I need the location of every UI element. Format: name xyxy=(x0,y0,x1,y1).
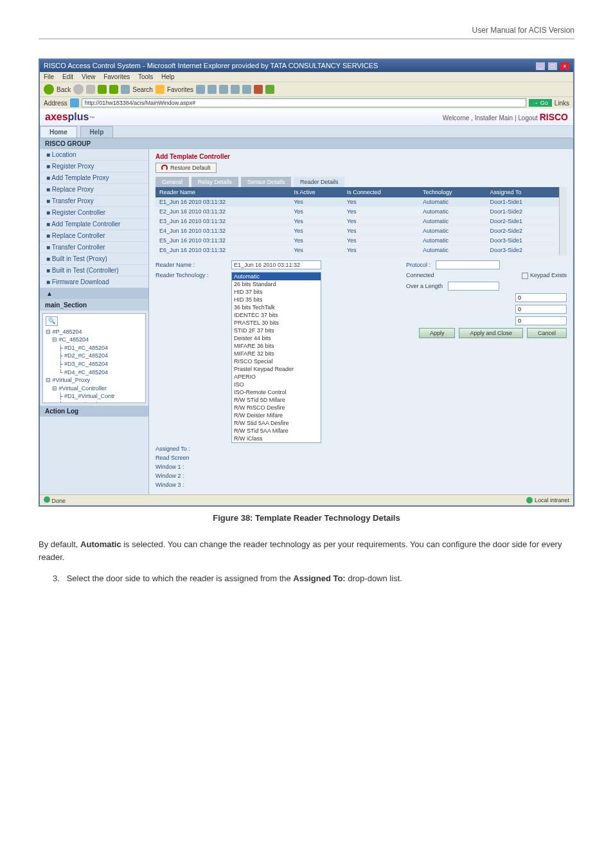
select-option[interactable]: R/W Deister Mifare xyxy=(232,411,321,419)
grid-row[interactable]: E2_Jun 16 2010 03:11:32YesYesAutomaticDo… xyxy=(155,207,559,217)
apply-button[interactable]: Apply xyxy=(419,328,456,338)
reader-tech-select[interactable]: Automatic 26 bits Standard HID 37 bits H… xyxy=(231,272,321,443)
select-option[interactable]: 36 bits TechTalk xyxy=(232,303,321,311)
select-option[interactable]: R/W RISCO Desfire xyxy=(232,404,321,411)
tree-node-d3[interactable]: ├ #D3_#C_485204 xyxy=(46,360,143,368)
stop-icon[interactable] xyxy=(86,85,95,94)
minimize-icon[interactable]: _ xyxy=(536,62,545,70)
select-option[interactable]: Prastel Keypad Reader xyxy=(232,365,321,373)
col-connected[interactable]: Is Connected xyxy=(343,187,419,197)
select-option[interactable]: R/W STid 5AA Mifare xyxy=(232,427,321,435)
search-label[interactable]: Search xyxy=(132,86,153,93)
nav-transfer-proxy[interactable]: ■ Transfer Proxy xyxy=(40,195,148,207)
go-button[interactable]: → Go xyxy=(529,99,552,107)
nav-add-template-proxy[interactable]: ■ Add Template Proxy xyxy=(40,172,148,184)
select-option[interactable]: STID 2F 37 bits xyxy=(232,327,321,334)
menu-help[interactable]: Help xyxy=(161,73,175,80)
subtab-general[interactable]: General xyxy=(155,177,189,187)
window3-field[interactable] xyxy=(515,316,567,325)
nav-add-template-controller[interactable]: ■ Add Template Controller xyxy=(40,219,148,230)
refresh-icon[interactable] xyxy=(98,85,107,94)
select-option[interactable]: RISCO Special xyxy=(232,357,321,365)
search-icon[interactable] xyxy=(121,85,130,94)
select-option[interactable]: ISO xyxy=(232,381,321,388)
menu-view[interactable]: View xyxy=(82,73,96,80)
select-option[interactable]: PRASTEL 30 bits xyxy=(232,319,321,327)
nav-replace-proxy[interactable]: ■ Replace Proxy xyxy=(40,184,148,195)
favorites-icon[interactable] xyxy=(155,85,164,94)
tree-node-c[interactable]: ⊟ #C_485204 xyxy=(46,336,143,344)
tree-node-vc[interactable]: ⊟ #Virtual_Controller xyxy=(46,384,143,393)
reader-name-field[interactable]: E1_Jun 16 2010 03:11:32 xyxy=(231,260,321,269)
nav-register-controller[interactable]: ■ Register Controller xyxy=(40,207,148,219)
select-option[interactable]: R/W iClass xyxy=(232,435,321,442)
tree-node-vp[interactable]: ⊟ #Virtual_Proxy xyxy=(46,376,143,384)
keypad-exists-check[interactable]: Keypad Exists xyxy=(522,272,567,279)
grid-row[interactable]: E1_Jun 16 2010 03:11:32YesYesAutomaticDo… xyxy=(155,197,559,207)
tree-node-p[interactable]: ⊟ #P_485204 xyxy=(46,328,143,336)
nav-selected-arrow[interactable]: ▲ xyxy=(40,288,148,300)
nav-bit-controller[interactable]: ■ Built in Test (Controller) xyxy=(40,265,148,276)
nav-replace-controller[interactable]: ■ Replace Controller xyxy=(40,230,148,242)
select-option[interactable]: MIFARE 32 bits xyxy=(232,350,321,357)
subtab-reader[interactable]: Reader Details xyxy=(294,177,345,187)
toolbar-icon-b[interactable] xyxy=(254,85,263,94)
nav-location[interactable]: ■ Location xyxy=(40,149,148,161)
grid-row[interactable]: E5_Jun 16 2010 03:11:32YesYesAutomaticDo… xyxy=(155,236,559,246)
select-option[interactable]: IDENTEC 37 bits xyxy=(232,311,321,319)
back-icon[interactable] xyxy=(44,84,54,95)
menu-file[interactable]: File xyxy=(44,73,54,80)
select-option[interactable]: Deister 44 bits xyxy=(232,334,321,342)
back-label[interactable]: Back xyxy=(57,86,71,93)
tree-node-vd2[interactable]: └ #D2_#Virtual_Contr xyxy=(46,401,143,403)
favorites-label[interactable]: Favorites xyxy=(167,86,193,93)
forward-icon[interactable] xyxy=(73,84,84,95)
apply-close-button[interactable]: Apply and Close xyxy=(459,328,523,338)
nav-bit-proxy[interactable]: ■ Built in Test (Proxy) xyxy=(40,253,148,265)
tab-home[interactable]: Home xyxy=(40,126,77,138)
tree-node-d2[interactable]: ├ #D2_#C_485204 xyxy=(46,352,143,360)
mail-icon[interactable] xyxy=(208,85,217,94)
grid-row[interactable]: E4_Jun 16 2010 03:11:32YesYesAutomaticDo… xyxy=(155,226,559,236)
nav-firmware-download[interactable]: ■ Firmware Download xyxy=(40,276,148,288)
tree-node-vd1[interactable]: ├ #D1_#Virtual_Contr xyxy=(46,392,143,401)
tree-node-d4[interactable]: └ #D4_#C_485204 xyxy=(46,368,143,377)
grid-scrollbar[interactable] xyxy=(559,187,567,255)
select-option[interactable]: HID 37 bits xyxy=(232,288,321,296)
window2-field[interactable] xyxy=(515,305,567,314)
over-length-field[interactable] xyxy=(448,282,499,291)
logout-link[interactable]: Logout xyxy=(518,114,538,122)
toolbar-icon-c[interactable] xyxy=(265,85,274,94)
select-option[interactable]: R/W STid 5D Mifare xyxy=(232,396,321,404)
select-option[interactable]: 26 bits Standard xyxy=(232,280,321,288)
select-option[interactable]: HID 35 bits xyxy=(232,296,321,303)
grid-row[interactable]: E6_Jun 16 2010 03:11:32YesYesAutomaticDo… xyxy=(155,246,559,255)
nav-register-proxy[interactable]: ■ Register Proxy xyxy=(40,161,148,172)
cancel-button[interactable]: Cancel xyxy=(527,328,567,338)
menu-edit[interactable]: Edit xyxy=(62,73,73,80)
subtab-relay[interactable]: Relay Details xyxy=(191,177,238,187)
action-log-header[interactable]: Action Log xyxy=(40,406,148,417)
subtab-sensor[interactable]: Sensor Details xyxy=(241,177,292,187)
nav-transfer-controller[interactable]: ■ Transfer Controller xyxy=(40,242,148,253)
col-active[interactable]: Is Active xyxy=(290,187,343,197)
tab-help[interactable]: Help xyxy=(80,126,114,138)
col-technology[interactable]: Technology xyxy=(419,187,486,197)
close-icon[interactable]: × xyxy=(560,62,569,70)
select-option[interactable]: MIFARE 36 bits xyxy=(232,342,321,350)
menu-favorites[interactable]: Favorites xyxy=(103,73,130,80)
edit-icon[interactable] xyxy=(231,85,240,94)
col-assigned[interactable]: Assigned To xyxy=(486,187,560,197)
tree-search[interactable]: 🔍 xyxy=(46,316,58,326)
address-field[interactable]: http://01hw183384/acis/MainWindow.aspx# xyxy=(82,98,526,107)
window1-field[interactable] xyxy=(515,293,567,302)
maximize-icon[interactable]: □ xyxy=(548,62,557,70)
print-icon[interactable] xyxy=(219,85,228,94)
select-option[interactable]: ISO-Remote Control xyxy=(232,388,321,396)
menu-tools[interactable]: Tools xyxy=(138,73,153,80)
links-label[interactable]: Links xyxy=(555,100,569,107)
tree-node-d1[interactable]: ├ #D1_#C_485204 xyxy=(46,344,143,352)
toolbar-icon-a[interactable] xyxy=(242,85,251,94)
restore-default-button[interactable]: Restore Default xyxy=(155,163,217,173)
col-reader-name[interactable]: Reader Name xyxy=(155,187,290,197)
